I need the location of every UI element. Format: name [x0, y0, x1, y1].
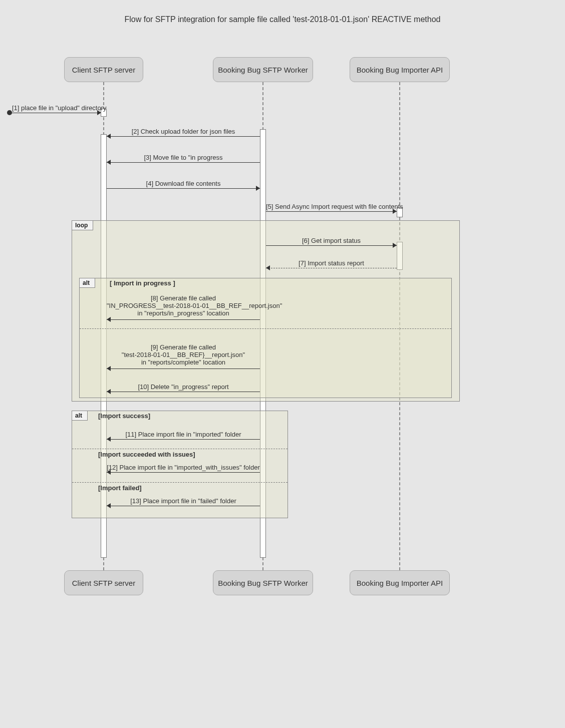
fragment-loop-tag: loop [72, 220, 93, 230]
fragment-alt-inner-cond-a: [ Import in progress ] [110, 279, 175, 287]
participant-importer-top: Booking Bug Importer API [350, 57, 450, 82]
msg5-label: [5] Send Async Import request with file … [266, 203, 397, 210]
msg10-label: [10] Delete "in_progress" report [107, 383, 260, 391]
msg4-label: [4] Download file contents [107, 180, 260, 187]
found-message-origin [7, 110, 12, 115]
msg13-line [107, 506, 260, 506]
fragment-alt-inner-sep [80, 328, 451, 329]
msg6-line [266, 245, 397, 246]
participant-client-top: Client SFTP server [64, 57, 143, 82]
msg8-arrow [107, 317, 111, 322]
msg1-line [12, 113, 97, 113]
msg8-label: [8] Generate file called "IN_PROGRESS__t… [107, 294, 260, 317]
msg6-label: [6] Get import status [266, 237, 397, 244]
msg9-line [107, 369, 260, 369]
fragment-alt-inner-tag: alt [79, 278, 95, 288]
fragment-alt-outer-tag: alt [72, 411, 88, 421]
msg13-label: [13] Place import file in "failed" folde… [107, 497, 260, 505]
participant-worker-top: Booking Bug SFTP Worker [213, 57, 313, 82]
participant-client-bottom: Client SFTP server [64, 570, 143, 595]
msg9-arrow [107, 366, 111, 371]
msg12-line [107, 472, 260, 473]
msg8-line [107, 319, 260, 320]
fragment-alt-outer-cond-c: [Import failed] [98, 484, 142, 492]
sequence-diagram: Flow for SFTP integration for sample fil… [0, 0, 565, 728]
msg3-label: [3] Move file to "in progress [107, 154, 260, 161]
msg3-line [107, 162, 260, 163]
fragment-alt-outer-cond-b: [Import succeeded with issues] [98, 451, 195, 458]
msg2-label: [2] Check upload folder for json files [107, 128, 260, 135]
msg11-line [107, 439, 260, 440]
fragment-alt-outer-cond-a: [Import success] [98, 412, 150, 420]
fragment-alt-outer-sep2 [72, 482, 288, 483]
participant-importer-bottom: Booking Bug Importer API [350, 570, 450, 595]
msg11-label: [11] Place import file in "imported" fol… [107, 431, 260, 438]
msg5-line [266, 211, 397, 212]
participant-worker-bottom: Booking Bug SFTP Worker [213, 570, 313, 595]
msg7-line [266, 268, 397, 268]
msg7-label: [7] Import status report [266, 259, 397, 267]
diagram-title: Flow for SFTP integration for sample fil… [0, 15, 565, 24]
msg12-label: [12] Place import file in "imported_with… [107, 464, 260, 471]
fragment-alt-outer-sep1 [72, 449, 288, 449]
msg4-line [107, 188, 260, 189]
msg9-label: [9] Generate file called "test-2018-01-0… [107, 343, 260, 366]
msg2-line [107, 136, 260, 137]
msg1-label: [1] place file in "upload" directory [12, 104, 97, 112]
msg10-line [107, 392, 260, 392]
